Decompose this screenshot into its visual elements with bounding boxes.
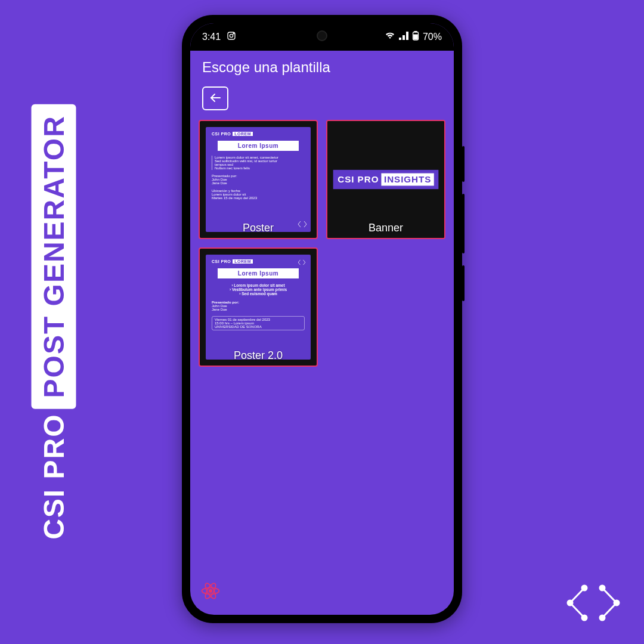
thumb-head-pre: CSI PRO — [212, 132, 231, 136]
template-card-poster[interactable]: CSI PRO LOREM Lorem Ipsum Lorem ipsum do… — [199, 120, 318, 239]
phone-side-button — [462, 194, 465, 253]
thumb-title: Lorem Ipsum — [218, 141, 299, 151]
react-icon — [200, 580, 221, 604]
brand-pre-text: CSI PRO — [38, 413, 70, 539]
thumb-presenter: Jane Doe — [212, 308, 305, 311]
phone-side-button — [462, 146, 465, 182]
template-grid: CSI PRO LOREM Lorem Ipsum Lorem ipsum do… — [190, 115, 454, 371]
banner-thumbnail: CSI PRO INSIGHTS — [327, 121, 444, 238]
thumb-head-pre: CSI PRO — [212, 259, 231, 264]
banner-box-text: INSIGHTS — [381, 174, 434, 186]
brand-vertical: CSI PRO POST GENERATOR — [32, 104, 76, 540]
thumb-head-box: LOREM — [233, 259, 253, 264]
code-icon — [298, 259, 306, 266]
template-card-poster2[interactable]: CSI PRO LOREM Lorem Ipsum › Lorem ipsum … — [199, 247, 318, 367]
status-time: 3:41 — [202, 32, 221, 42]
svg-point-4 — [614, 600, 619, 605]
svg-point-16 — [209, 589, 212, 593]
svg-point-3 — [600, 586, 605, 590]
svg-rect-11 — [414, 35, 417, 39]
camera-punch — [317, 30, 327, 41]
svg-point-2 — [582, 615, 587, 620]
page-title: Escoge una plantilla — [202, 59, 442, 76]
svg-point-0 — [582, 586, 587, 590]
svg-point-8 — [233, 33, 234, 34]
brand-box-text: POST GENERATOR — [32, 104, 76, 408]
thumb-head-box: LOREM — [233, 132, 253, 136]
phone-screen: 3:41 — [190, 23, 454, 615]
svg-point-7 — [230, 34, 233, 37]
poster2-thumbnail: CSI PRO LOREM Lorem Ipsum › Lorem ipsum … — [206, 255, 311, 360]
thumb-footer-line: UNIVERSIDAD DE SONORA — [215, 325, 302, 329]
svg-point-1 — [568, 600, 572, 605]
template-label: Poster — [200, 222, 317, 234]
thumb-location-line: Martes 15 de mayo del 2023 — [212, 196, 305, 200]
instagram-icon — [227, 31, 236, 43]
battery-text: 70% — [423, 32, 442, 42]
svg-rect-10 — [414, 31, 417, 32]
battery-icon — [412, 31, 419, 43]
phone-side-button — [462, 265, 465, 301]
app-header: Escoge una plantilla — [190, 51, 454, 79]
svg-point-5 — [600, 615, 605, 620]
status-bar: 3:41 — [190, 23, 454, 51]
code-icon — [566, 582, 620, 626]
thumb-bullet: › Sed euismod quam — [212, 292, 305, 296]
thumb-bullet: › Vestibulum ante ipsum primis — [212, 287, 305, 292]
template-label: Poster 2.0 — [200, 349, 317, 362]
thumb-title: Lorem Ipsum — [218, 268, 299, 278]
back-button[interactable] — [202, 86, 228, 110]
template-card-banner[interactable]: CSI PRO INSIGHTS Banner — [326, 120, 445, 239]
banner-pre-text: CSI PRO — [338, 174, 379, 184]
arrow-left-icon — [209, 92, 221, 106]
thumb-bullet: › Lorem ipsum dolor sit amet — [212, 283, 305, 287]
poster-thumbnail: CSI PRO LOREM Lorem Ipsum Lorem ipsum do… — [206, 127, 311, 232]
signal-icon — [399, 32, 408, 42]
wifi-icon — [385, 32, 395, 42]
phone-mock: 3:41 — [182, 15, 462, 623]
thumb-line: Nullam nec lorem felis — [215, 166, 305, 170]
thumb-lines: Lorem ipsum dolor sit amet, consectetur … — [212, 156, 305, 170]
template-label: Banner — [327, 222, 444, 234]
thumb-presenter: Jane Doe — [212, 181, 305, 185]
